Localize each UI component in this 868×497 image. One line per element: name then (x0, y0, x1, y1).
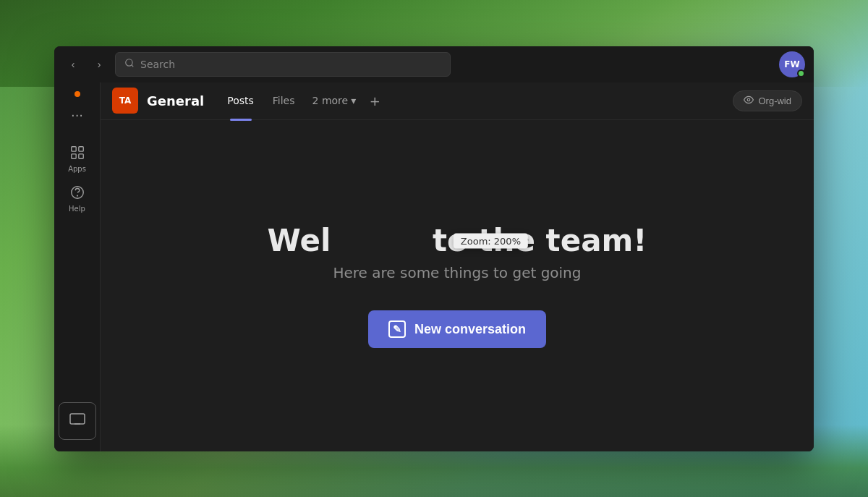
sidebar-item-help[interactable]: Help (59, 180, 96, 217)
main-area: ··· Apps (54, 82, 814, 451)
add-tab-icon: + (370, 93, 380, 109)
svg-line-1 (132, 65, 134, 67)
welcome-partial-1: Wel (268, 223, 331, 258)
user-status-indicator (797, 69, 805, 77)
svg-rect-8 (70, 414, 85, 424)
org-wide-label: Org-wid (758, 95, 791, 106)
channel-area: TA General Posts Files 2 more ▾ + (101, 82, 814, 451)
svg-point-0 (126, 59, 132, 66)
svg-point-7 (77, 195, 77, 196)
device-button[interactable] (59, 402, 96, 440)
team-initials: TA (119, 95, 132, 106)
svg-point-10 (748, 98, 751, 101)
notification-dot (75, 91, 80, 97)
tab-more[interactable]: 2 more ▾ (305, 90, 364, 111)
back-button[interactable]: ‹ (63, 54, 83, 75)
svg-rect-4 (71, 153, 75, 158)
apps-label: Apps (68, 165, 86, 173)
search-bar[interactable]: Search (115, 52, 451, 77)
user-avatar[interactable]: FW (779, 51, 805, 77)
compose-icon (388, 320, 406, 338)
eye-icon (744, 95, 754, 107)
new-conversation-label: New conversation (414, 322, 526, 337)
forward-button[interactable]: › (89, 54, 109, 75)
device-icon (69, 410, 86, 431)
new-conversation-button[interactable]: New conversation (368, 310, 546, 348)
tab-posts[interactable]: Posts (218, 90, 263, 111)
team-icon: TA (112, 88, 138, 114)
svg-rect-5 (78, 153, 82, 158)
org-wide-button[interactable]: Org-wid (733, 90, 802, 111)
files-label: Files (273, 95, 295, 106)
more-icon: ··· (71, 108, 83, 123)
channel-header: TA General Posts Files 2 more ▾ + (101, 82, 814, 120)
help-label: Help (69, 205, 85, 213)
title-bar: ‹ › Search FW (54, 46, 814, 82)
channel-tabs: Posts Files 2 more ▾ + (218, 90, 385, 111)
search-icon (124, 58, 135, 70)
apps-icon (69, 145, 85, 163)
welcome-heading: Welcome to the team! Zoom: 200% (268, 223, 647, 258)
tab-files[interactable]: Files (264, 90, 304, 111)
channel-body: Welcome to the team! Zoom: 200% Here are… (101, 120, 814, 451)
svg-rect-2 (71, 146, 75, 150)
zoom-tooltip: Zoom: 200% (454, 233, 528, 248)
posts-label: Posts (227, 95, 254, 106)
tab-add-button[interactable]: + (365, 90, 385, 111)
chevron-down-icon: ▾ (351, 95, 356, 106)
user-initials: FW (784, 59, 799, 69)
subtitle-text: Here are some things to get going (333, 264, 581, 281)
more-tabs-label: 2 more (312, 95, 349, 106)
more-button[interactable]: ··· (64, 103, 90, 129)
sidebar: ··· Apps (54, 82, 101, 451)
sidebar-item-apps[interactable]: Apps (59, 140, 96, 177)
svg-rect-3 (78, 146, 82, 150)
channel-name: General (147, 93, 204, 109)
teams-window: ‹ › Search FW ··· (54, 46, 814, 451)
help-icon (69, 184, 85, 203)
search-placeholder: Search (140, 59, 175, 70)
